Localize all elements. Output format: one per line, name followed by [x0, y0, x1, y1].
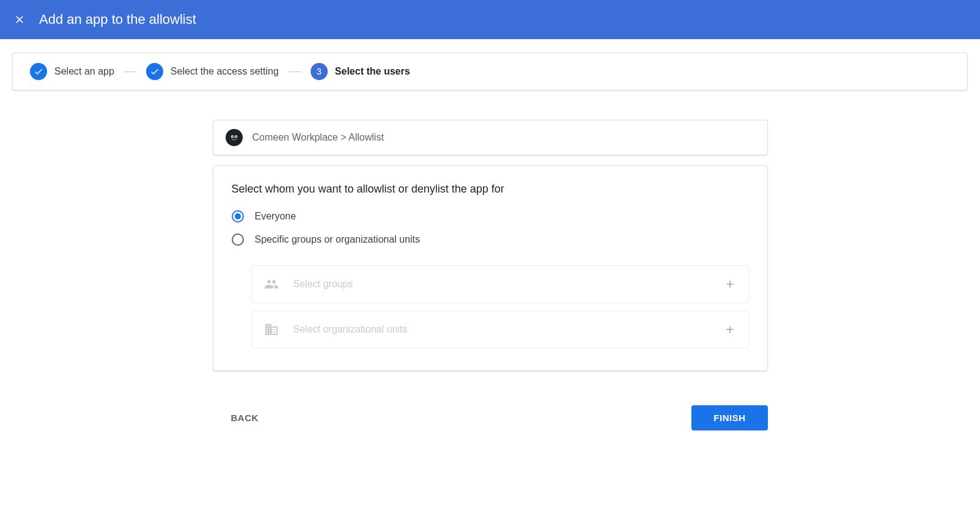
page-title: Add an app to the allowlist	[39, 12, 196, 28]
close-icon	[13, 13, 26, 26]
check-icon	[34, 67, 43, 76]
step-2-circle	[146, 63, 163, 80]
step-1[interactable]: Select an app	[30, 63, 114, 80]
radio-button	[232, 233, 244, 246]
finish-button[interactable]: FINISH	[691, 405, 767, 430]
check-icon	[150, 67, 160, 76]
step-3-circle: 3	[311, 63, 328, 80]
back-button[interactable]: BACK	[213, 406, 277, 429]
select-groups-label: Select groups	[293, 279, 709, 290]
select-org-units-row: Select organizational units	[251, 311, 749, 348]
app-icon	[226, 129, 243, 146]
plus-icon	[724, 278, 736, 290]
step-1-circle	[30, 63, 47, 80]
step-2[interactable]: Select the access setting	[146, 63, 279, 80]
step-connector	[289, 72, 301, 72]
stepper: Select an app Select the access setting …	[12, 53, 968, 90]
add-org-units-button	[724, 323, 736, 336]
main-heading: Select whom you want to allowlist or den…	[232, 183, 749, 196]
step-connector	[124, 72, 136, 72]
header-bar: Add an app to the allowlist	[0, 0, 980, 39]
close-button[interactable]	[12, 12, 27, 27]
breadcrumb-sep: >	[338, 132, 348, 142]
footer-actions: BACK FINISH	[201, 371, 780, 455]
svg-point-2	[232, 136, 233, 138]
select-groups-row: Select groups	[251, 265, 749, 303]
radio-everyone[interactable]: Everyone	[232, 210, 749, 222]
breadcrumb-page: Allowlist	[348, 132, 384, 142]
breadcrumb-app: Comeen Workplace	[252, 132, 338, 142]
radio-specific[interactable]: Specific groups or organizational units	[232, 233, 749, 246]
step-3[interactable]: 3 Select the users	[311, 63, 410, 80]
radio-specific-label: Specific groups or organizational units	[255, 234, 420, 245]
step-1-label: Select an app	[54, 66, 114, 77]
breadcrumb-card: Comeen Workplace > Allowlist	[213, 120, 768, 155]
groups-icon	[264, 277, 279, 292]
add-groups-button	[724, 278, 736, 290]
radio-button-selected	[232, 210, 244, 222]
radio-everyone-label: Everyone	[255, 211, 297, 222]
step-3-label: Select the users	[335, 66, 410, 77]
content-area: Comeen Workplace > Allowlist Select whom…	[201, 120, 780, 371]
svg-point-3	[235, 136, 237, 138]
org-units-icon	[264, 322, 279, 337]
select-org-units-label: Select organizational units	[293, 324, 709, 335]
breadcrumb-text: Comeen Workplace > Allowlist	[252, 132, 384, 143]
plus-icon	[724, 323, 736, 336]
main-card: Select whom you want to allowlist or den…	[213, 165, 768, 371]
app-logo-icon	[229, 132, 240, 143]
selector-rows: Select groups Select organizational unit…	[251, 265, 749, 348]
step-2-label: Select the access setting	[171, 66, 279, 77]
radio-group: Everyone Specific groups or organization…	[232, 210, 749, 246]
